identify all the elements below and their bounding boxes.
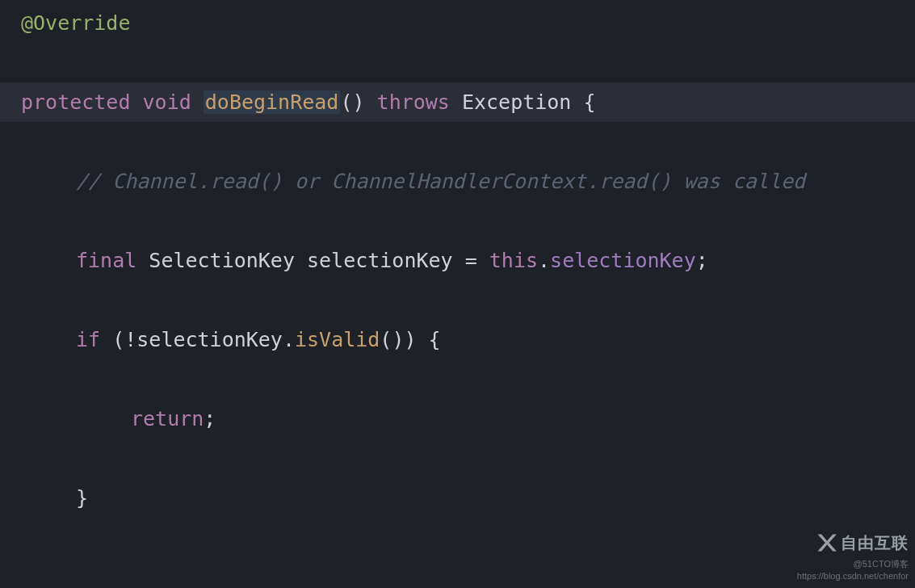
type-exception: Exception [462, 90, 571, 114]
comment-line: // Channel.read() or ChannelHandlerConte… [76, 170, 805, 193]
kw-throws: throws [377, 90, 450, 114]
kw-final: final [76, 249, 136, 272]
call-isvalid: isValid [295, 328, 380, 351]
field-selectionkey: selectionKey [550, 249, 696, 272]
kw-return: return [131, 407, 204, 430]
type-selectionkey: SelectionKey [149, 249, 295, 272]
paren-close: ) [352, 90, 364, 114]
kw-protected: protected [21, 90, 130, 114]
brace-close: } [76, 486, 88, 510]
kw-void: void [143, 90, 191, 114]
brace-open: { [583, 90, 595, 114]
annotation-override: @Override [21, 11, 130, 35]
method-name: doBeginRead [204, 90, 341, 114]
code-editor[interactable]: @Override protected void doBeginRead() t… [0, 0, 915, 588]
kw-this: this [489, 249, 538, 272]
kw-if: if [76, 328, 100, 351]
var-selectionkey: selectionKey [307, 249, 453, 272]
paren-open: ( [340, 90, 352, 114]
